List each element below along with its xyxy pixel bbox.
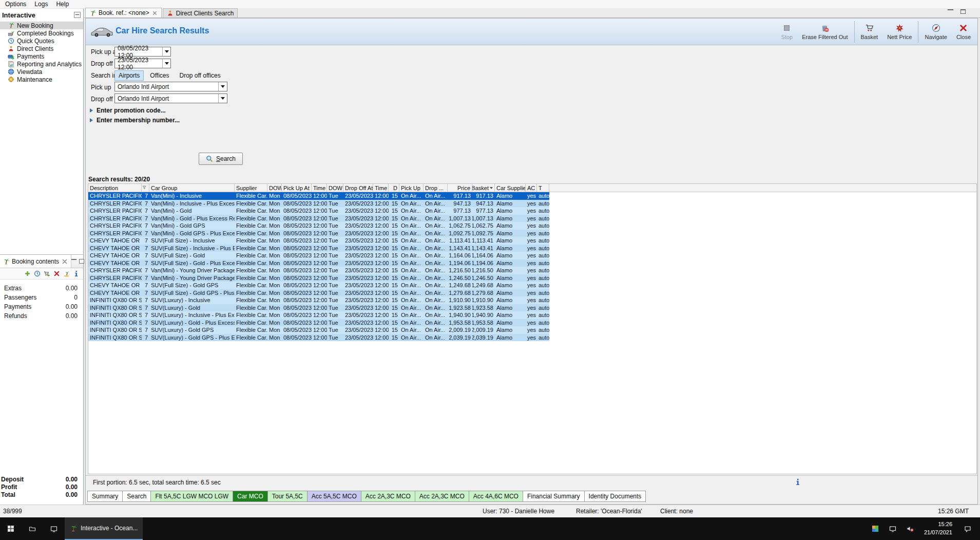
column-header-description[interactable]: Description: [88, 184, 142, 192]
sidebar-item-viewdata[interactable]: Viewdata: [0, 68, 83, 76]
sidebar-item-quick-quotes[interactable]: Quick Quotes: [0, 37, 83, 45]
column-header-pick-up[interactable]: Pick Up: [399, 184, 424, 192]
info-icon[interactable]: [794, 478, 801, 486]
sidebar-item-completed-bookings[interactable]: Completed Bookings: [0, 29, 83, 37]
sidebar-item-new-booking[interactable]: New Booking: [0, 22, 83, 29]
chevron-down-icon[interactable]: [218, 94, 227, 103]
island-icon[interactable]: [63, 270, 70, 277]
section-tab-tour-5a-5c[interactable]: Tour 5A,5C: [267, 491, 308, 502]
chevron-down-icon[interactable]: [162, 47, 170, 56]
quick-quote-icon[interactable]: [34, 270, 41, 277]
column-header-dow[interactable]: DOW: [267, 184, 282, 192]
result-row[interactable]: CHRYSLER PACIFIC...7Van(Mini) - GoldFlex…: [88, 207, 549, 215]
network-tray-icon[interactable]: [885, 517, 900, 540]
result-row[interactable]: CHRYSLER PACIFIC...7Van(Mini) - Inclusiv…: [88, 200, 549, 208]
sidebar-item-maintenance[interactable]: Maintenance: [0, 76, 83, 83]
nett-price-button[interactable]: Nett Price: [882, 24, 916, 40]
booking-contents-row-payments[interactable]: Payments0.00: [0, 302, 83, 311]
close-button[interactable]: Close: [952, 24, 975, 40]
column-header-time[interactable]: Time: [312, 184, 327, 192]
basket-button[interactable]: Basket: [856, 24, 883, 40]
result-row[interactable]: CHEVY TAHOE OR ...7SUV(Full Size) - Gold…: [88, 289, 549, 297]
result-row[interactable]: CHRYSLER PACIFIC...7Van(Mini) - Young Dr…: [88, 267, 549, 274]
result-row[interactable]: INFINITI QX80 OR SI...7SUV(Luxury) - Inc…: [88, 296, 549, 304]
column-header-car-supplier[interactable]: Car Supplier: [495, 184, 526, 192]
result-row[interactable]: CHRYSLER PACIFIC...7Van(Mini) - Gold GPS…: [88, 222, 549, 230]
result-row[interactable]: CHRYSLER PACIFIC...7Van(Mini) - Gold GPS…: [88, 230, 549, 237]
column-header-ac[interactable]: AC: [526, 184, 537, 192]
promotion-code-expander[interactable]: Enter promotion code...: [90, 107, 166, 114]
result-row[interactable]: CHRYSLER PACIFIC...7Van(Mini) - Young Dr…: [88, 274, 549, 282]
section-tab-summary[interactable]: Summary: [87, 491, 123, 502]
booking-contents-row-passengers[interactable]: Passengers0: [0, 293, 83, 302]
membership-number-expander[interactable]: Enter membership number...: [90, 117, 180, 124]
dropoff-at-input[interactable]: 23/05/2023 12:00: [114, 59, 171, 68]
column-header-s[interactable]: S: [142, 184, 149, 192]
result-row[interactable]: INFINITI QX80 OR SI...7SUV(Luxury) - Gol…: [88, 334, 549, 342]
sidebar-item-reporting-and-analytics[interactable]: Reporting and Analytics: [0, 60, 83, 68]
search-in-option-airports[interactable]: Airports: [114, 70, 144, 81]
sidebar-item-direct-clients[interactable]: Direct Clients: [0, 45, 83, 52]
result-row[interactable]: CHEVY TAHOE OR ...7SUV(Full Size) - Incl…: [88, 237, 549, 245]
volume-muted-icon[interactable]: [902, 517, 918, 540]
booking-contents-row-refunds[interactable]: Refunds0.00: [0, 311, 83, 321]
chevron-down-icon[interactable]: [218, 82, 227, 91]
sidebar-item-payments[interactable]: $Payments: [0, 52, 83, 60]
column-header-d[interactable]: D: [389, 184, 399, 192]
menu-item-help[interactable]: Help: [52, 0, 73, 8]
close-icon[interactable]: [61, 258, 68, 265]
window-minimize-icon[interactable]: [948, 9, 953, 14]
task-view-button[interactable]: [43, 517, 65, 540]
tab-direct-clients-search[interactable]: Direct Clients Search: [163, 8, 238, 17]
result-row[interactable]: INFINITI QX80 OR SI...7SUV(Luxury) - Inc…: [88, 311, 549, 319]
navigate-button[interactable]: Navigate: [920, 24, 951, 40]
section-tab-search[interactable]: Search: [122, 491, 151, 502]
section-tab-car-mco[interactable]: Car MCO: [233, 491, 268, 502]
search-in-option-offices[interactable]: Offices: [146, 70, 173, 81]
sidebar-collapse-icon[interactable]: [74, 12, 81, 18]
column-header-pick-up-at[interactable]: Pick Up At: [282, 184, 312, 192]
result-row[interactable]: CHEVY TAHOE OR ...7SUV(Full Size) - Gold…: [88, 282, 549, 289]
window-maximize-icon[interactable]: [960, 9, 966, 14]
menu-item-logs[interactable]: Logs: [30, 0, 52, 8]
section-tab-acc-2a-3c-mco[interactable]: Acc 2A,3C MCO: [361, 491, 415, 502]
column-header-price[interactable]: Price: [448, 184, 472, 192]
result-row[interactable]: INFINITI QX80 OR SI...7SUV(Luxury) - Gol…: [88, 319, 549, 327]
taskbar-app-button[interactable]: Interactive - Ocean...: [65, 517, 143, 540]
file-explorer-button[interactable]: [22, 517, 43, 540]
chevron-down-icon[interactable]: [162, 59, 170, 68]
section-tab-identity-documents[interactable]: Identity Documents: [584, 491, 646, 502]
tab-close-icon[interactable]: [152, 10, 158, 16]
start-button[interactable]: [0, 517, 22, 540]
column-header-t[interactable]: T: [537, 184, 549, 192]
result-row[interactable]: INFINITI QX80 OR SI...7SUV(Luxury) - Gol…: [88, 304, 549, 312]
column-header-dow[interactable]: DOW: [327, 184, 343, 192]
action-center-icon[interactable]: [958, 517, 977, 540]
column-header-car-group[interactable]: Car Group: [149, 184, 235, 192]
column-header-time[interactable]: Time: [373, 184, 389, 192]
column-header-supplier[interactable]: Supplier: [235, 184, 267, 192]
result-row[interactable]: CHEVY TAHOE OR ...7SUV(Full Size) - Gold…: [88, 259, 549, 267]
section-tab-acc-5a-5c-mco[interactable]: Acc 5A,5C MCO: [307, 491, 361, 502]
info-icon[interactable]: [73, 270, 80, 277]
column-header-basket[interactable]: Basket: [472, 184, 495, 192]
booking-contents-row-extras[interactable]: Extras0.00: [0, 284, 83, 293]
section-tab-acc-4a-6c-mco[interactable]: Acc 4A,6C MCO: [469, 491, 523, 502]
add-icon[interactable]: [24, 270, 31, 277]
maximize-icon[interactable]: [79, 259, 84, 264]
search-button[interactable]: Search: [199, 153, 243, 165]
erase-filtered-out-button[interactable]: Erase Filtered Out: [797, 24, 852, 40]
result-row[interactable]: CHEVY TAHOE OR ...7SUV(Full Size) - Incl…: [88, 245, 549, 252]
search-in-option-drop-off-offices[interactable]: Drop off offices: [175, 70, 224, 81]
section-tab-flt-5a-5c-lgw-mco-lgw[interactable]: Flt 5A,5C LGW MCO LGW: [150, 491, 233, 502]
pickup-location-select[interactable]: Orlando Intl Airport: [114, 82, 227, 91]
result-row[interactable]: INFINITI QX80 OR SI...7SUV(Luxury) - Gol…: [88, 326, 549, 334]
column-header-drop-off-at[interactable]: Drop Off At: [343, 184, 373, 192]
dropoff-location-select[interactable]: Orlando Intl Airport: [114, 94, 227, 103]
tab-booking-ref[interactable]: Book. ref.: <none>: [85, 8, 162, 17]
result-row[interactable]: CHRYSLER PACIFIC...7Van(Mini) - Inclusiv…: [88, 192, 549, 200]
section-tab-acc-2a-3c-mco[interactable]: Acc 2A,3C MCO: [415, 491, 469, 502]
pickup-at-input[interactable]: 08/05/2023 12:00: [114, 47, 171, 57]
menu-item-options[interactable]: Options: [1, 0, 30, 8]
delete-icon[interactable]: [53, 270, 60, 277]
